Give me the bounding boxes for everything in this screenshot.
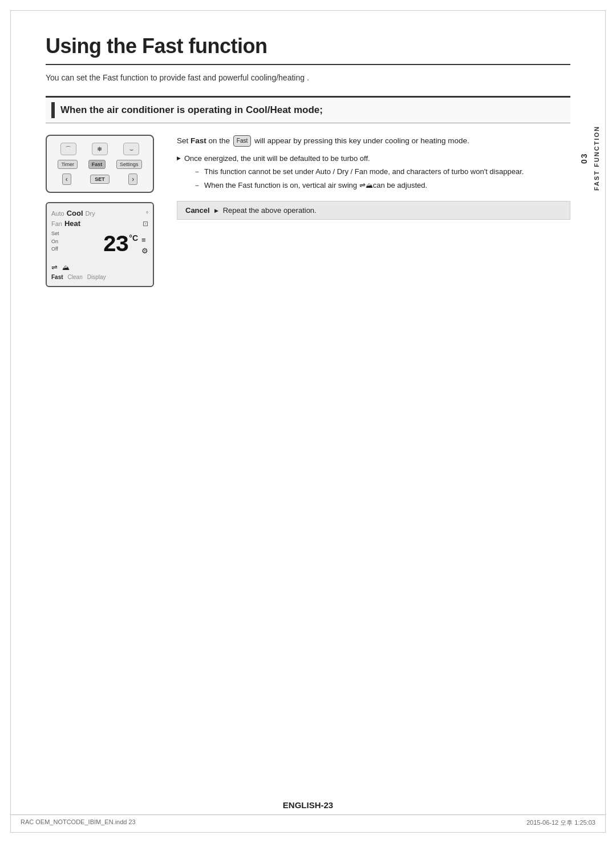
- display-display-label: Display: [87, 274, 106, 280]
- cancel-bar: Cancel ▶ Repeat the above operation.: [177, 201, 570, 220]
- instr-bold: Fast: [191, 136, 206, 145]
- display-temp-row: SetOnOff‍‍ 23 °C ≡ ⚙: [51, 230, 148, 261]
- bullet-text-1: Once energized, the unit will be default…: [184, 154, 370, 163]
- instr-suffix: on the: [206, 136, 232, 145]
- remote-top-row: ⌒ ❄ ⌣: [52, 143, 147, 155]
- main-content-area: ⌒ ❄ ⌣ Timer Fast Settings ‹ SET ›: [46, 135, 570, 287]
- sub-list: This function cannot be set under Auto /…: [193, 166, 524, 191]
- footer-page-number: ENGLISH-23: [283, 800, 333, 810]
- display-small-labels: SetOnOff‍‍: [51, 230, 103, 261]
- sub-text-2: When the Fast function is on, vertical a…: [204, 180, 427, 191]
- display-icon-fan: ⚙: [141, 247, 148, 255]
- page-subtitle: You can set the Fast function to provide…: [46, 73, 570, 82]
- bullet-content-1: Once energized, the unit will be default…: [184, 153, 524, 193]
- display-unit-label: °C: [129, 233, 138, 243]
- remote-icon-1: ⌒: [60, 143, 76, 155]
- sub-text-1: This function cannot be set under Auto /…: [204, 166, 524, 178]
- remote-right-arrow: ›: [128, 174, 137, 185]
- bullet-list: Once energized, the unit will be default…: [177, 153, 570, 193]
- cancel-arrow: ▶: [214, 208, 218, 213]
- display-unit-illustration: Auto Cool Dry ° Fan Heat ⊡ SetOnOff‍‍: [46, 202, 154, 287]
- footer-left: RAC OEM_NOTCODE_IBIM_EN.indd 23: [21, 818, 136, 827]
- display-right-icons: ≡ ⚙: [141, 236, 148, 255]
- footer: ENGLISH-23 RAC OEM_NOTCODE_IBIM_EN.indd …: [0, 800, 616, 827]
- instr-end: will appear by pressing this key under c…: [252, 136, 469, 145]
- display-icon-lines: ≡: [141, 236, 148, 244]
- remote-timer-btn: Timer: [58, 160, 78, 169]
- section-heading-text: When the air conditioner is operating in…: [60, 104, 323, 116]
- mode-auto: Auto: [51, 210, 64, 217]
- page-title: Using the Fast function: [46, 34, 570, 65]
- cancel-label: Cancel: [185, 206, 210, 215]
- remote-icon-2: ❄: [92, 143, 108, 155]
- remote-fast-btn: Fast: [88, 160, 106, 169]
- remote-icon-3: ⌣: [123, 143, 139, 155]
- left-illustrations: ⌒ ❄ ⌣ Timer Fast Settings ‹ SET ›: [46, 135, 160, 287]
- side-label: 03 FAST FUNCTION: [579, 126, 600, 191]
- mode-dry: Dry: [86, 210, 95, 217]
- remote-nav-row: ‹ SET ›: [52, 174, 147, 185]
- display-clean-label: Clean: [68, 274, 83, 280]
- display-fast-label: Fast: [51, 274, 63, 280]
- main-instruction: Set Fast on the Fast will appear by pres…: [177, 135, 570, 147]
- mode-heat: Heat: [64, 219, 80, 228]
- sub-item-2: When the Fast function is on, vertical a…: [193, 180, 524, 191]
- footer-bar: RAC OEM_NOTCODE_IBIM_EN.indd 23 2015-06-…: [10, 814, 606, 827]
- display-mode-row2: Fan Heat ⊡: [51, 219, 148, 228]
- swing-icon-inline: ⇌⛰: [359, 180, 373, 191]
- instr-prefix: Set: [177, 136, 191, 145]
- swing-horiz-icon: ⇌: [51, 263, 58, 272]
- swing-vert-icon: ⛰: [62, 263, 70, 272]
- mode-fan: Fan: [51, 220, 62, 227]
- remote-button-row: Timer Fast Settings: [52, 160, 147, 169]
- display-mode-row1: Auto Cool Dry °: [51, 209, 148, 217]
- display-temperature: 23: [103, 234, 128, 257]
- bullet-item-1: Once energized, the unit will be default…: [177, 153, 570, 193]
- remote-control-illustration: ⌒ ❄ ⌣ Timer Fast Settings ‹ SET ›: [46, 135, 154, 193]
- temp-icon: °: [146, 211, 148, 217]
- cancel-text: Repeat the above operation.: [223, 206, 317, 215]
- side-number: 03: [579, 152, 589, 164]
- display-left-labels: SetOnOff‍‍: [51, 230, 103, 261]
- fast-key-badge: Fast: [233, 135, 251, 147]
- sub-item-1: This function cannot be set under Auto /…: [193, 166, 524, 178]
- side-text: FAST FUNCTION: [593, 126, 600, 191]
- remote-settings-btn: Settings: [116, 160, 142, 169]
- section-heading: When the air conditioner is operating in…: [46, 96, 570, 123]
- page-content: Using the Fast function You can set the …: [0, 0, 616, 321]
- display-bottom-row: Fast Clean Display: [51, 274, 148, 280]
- display-swing-row: ⇌ ⛰: [51, 263, 148, 272]
- footer-right: 2015-06-12 오후 1:25:03: [526, 818, 595, 827]
- mode-cool: Cool: [67, 209, 83, 217]
- fan-icon: ⊡: [143, 220, 148, 228]
- remote-left-arrow: ‹: [62, 174, 71, 185]
- remote-set-btn: SET: [90, 175, 110, 184]
- right-instructions: Set Fast on the Fast will appear by pres…: [177, 135, 570, 220]
